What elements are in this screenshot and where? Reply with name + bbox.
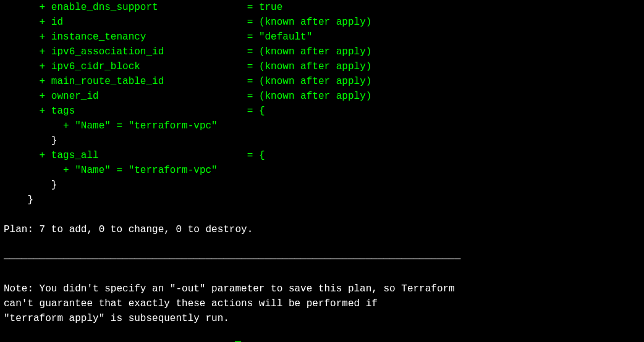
tags-nested: + "Name" = "terraform-vpc" (4, 119, 644, 133)
closing-brace: } (4, 193, 644, 207)
tags-all-nested: + "Name" = "terraform-vpc" (4, 163, 644, 178)
note-line-3: "terraform apply" is subsequently run. (4, 311, 644, 326)
terminal-output[interactable]: + enable_dns_support = true + id = (know… (0, 0, 644, 342)
note-line-2: can't guarantee that exactly these actio… (4, 296, 644, 311)
tags-all-close: } (4, 178, 644, 193)
tags-close: } (4, 133, 644, 148)
attr-line: + main_route_table_id = (known after app… (4, 74, 644, 89)
attr-line: + owner_id = (known after apply) (4, 89, 644, 104)
attr-line: + ipv6_association_id = (known after app… (4, 44, 644, 59)
plan-summary: Plan: 7 to add, 0 to change, 0 to destro… (4, 222, 644, 237)
tags-all-open: + tags_all = { (4, 148, 644, 163)
attr-line: + instance_tenancy = "default" (4, 30, 644, 44)
attr-line: + id = (known after apply) (4, 15, 644, 30)
tags-open: + tags = { (4, 104, 644, 119)
attr-line: + enable_dns_support = true (4, 0, 644, 15)
divider: ────────────────────────────────────────… (4, 252, 644, 267)
attr-line: + ipv6_cidr_block = (known after apply) (4, 59, 644, 74)
note-line-1: Note: You didn't specify an "-out" param… (4, 282, 644, 296)
